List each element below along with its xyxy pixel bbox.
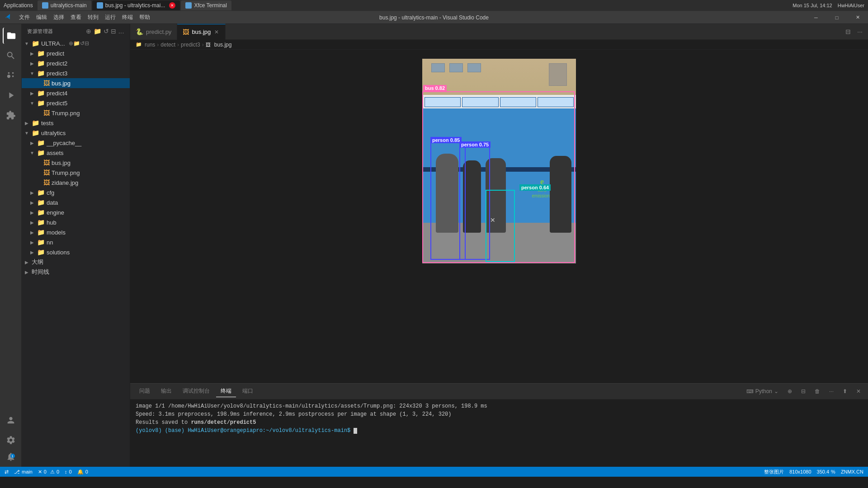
remote-sync-item[interactable]: ↕ 0 [65, 469, 72, 474]
tree-timeline[interactable]: ▶ 时间线 [22, 267, 130, 277]
sidebar-header: 资源管理器 ⊕ 📁 ↺ ⊟ ... [22, 24, 130, 38]
menu-view[interactable]: 查看 [69, 13, 83, 22]
status-bar-right: 整张图片 810x1080 350.4% ZNMX.CN [764, 469, 863, 475]
more-actions-icon[interactable]: ··· [855, 26, 864, 37]
maximize-button[interactable]: □ [826, 11, 847, 24]
tree-outline-label: 大纲 [32, 258, 43, 266]
os-tab-vscode2[interactable]: bus.jpg - ultralytics-mai... ✕ [92, 0, 180, 10]
tree-models[interactable]: ▶ 📁 models [22, 227, 130, 237]
tree-predict5[interactable]: ▼ 📁 predict5 [22, 98, 130, 108]
new-terminal-btn[interactable]: ⊕ [785, 387, 795, 395]
menu-run[interactable]: 运行 [103, 13, 118, 22]
menu-help[interactable]: 帮助 [137, 13, 152, 22]
bc-sep-2: › [177, 42, 179, 48]
account-icon[interactable] [3, 412, 19, 428]
remote-icon-item[interactable]: ⇄ [5, 469, 9, 475]
run-debug-icon[interactable] [3, 87, 19, 103]
tree-trump-png[interactable]: 🖼 Trump.png [22, 108, 130, 118]
chevron-tests: ▶ [24, 121, 30, 126]
collapse-icon[interactable]: ⊟ [111, 28, 117, 35]
new-folder-icon[interactable]: 📁 [94, 28, 102, 35]
tree-assets[interactable]: ▼ 📁 assets [22, 148, 130, 158]
tree-pycache[interactable]: ▶ 📁 __pycache__ [22, 138, 130, 148]
breadcrumb-bus-jpg[interactable]: bus.jpg [214, 42, 232, 48]
close-btn-os[interactable]: ✕ [169, 2, 175, 9]
terminal-more-btn[interactable]: ··· [826, 387, 836, 395]
tree-outline[interactable]: ▶ 大纲 [22, 257, 130, 267]
tree-engine[interactable]: ▶ 📁 engine [22, 207, 130, 217]
split-terminal-btn[interactable]: ⊟ [798, 387, 808, 395]
breadcrumb-runs[interactable]: runs [145, 42, 155, 48]
bell-count: 0 [85, 469, 88, 474]
editor-area: 🐍 predict.py 🖼 bus.jpg ✕ ⊟ ··· 📁 runs › … [130, 24, 868, 467]
zoom-pct-item[interactable]: 350.4% [817, 469, 835, 474]
tree-assets-zidane-label: zidane.jpg [52, 179, 78, 186]
menu-terminal[interactable]: 终端 [120, 13, 135, 22]
term-tab-debug[interactable]: 调试控制台 [178, 385, 214, 397]
image-container[interactable]: e cero emissione bus 0.82 [130, 50, 868, 383]
tree-data[interactable]: ▶ 📁 data [22, 197, 130, 207]
zoom-fit-item[interactable]: 整张图片 [764, 469, 784, 475]
term-tab-problems[interactable]: 问题 [135, 385, 155, 397]
kill-terminal-btn[interactable]: 🗑 [812, 387, 823, 395]
tree-predict3[interactable]: ▼ 📁 predict3 [22, 68, 130, 78]
applications-menu[interactable]: Applications [4, 2, 33, 9]
tab-close-bus[interactable]: ✕ [213, 28, 220, 36]
git-branch-icon: ⎇ [14, 469, 20, 475]
minimize-button[interactable]: ─ [806, 11, 826, 24]
tab-bus-jpg[interactable]: 🖼 bus.jpg ✕ [177, 24, 226, 40]
os-tab-vscode1[interactable]: ultralytics-main [38, 0, 91, 10]
sidebar-more-icon[interactable]: ... [118, 28, 124, 35]
tree-nn[interactable]: ▶ 📁 nn [22, 237, 130, 247]
tree-ultralytics[interactable]: ▼ 📁 ultralytics [22, 128, 130, 138]
tree-solutions[interactable]: ▶ 📁 solutions [22, 247, 130, 257]
menu-select[interactable]: 选择 [52, 13, 66, 22]
tree-predict2[interactable]: ▶ 📁 predict2 [22, 58, 130, 68]
term-tab-ports[interactable]: 端口 [238, 385, 258, 397]
tree-bus-jpg[interactable]: 🖼 bus.jpg [22, 78, 130, 88]
tree-pycache-label: __pycache__ [47, 140, 81, 146]
terminal-maximize-btn[interactable]: ⬆ [840, 387, 850, 395]
extensions-icon[interactable] [3, 107, 19, 123]
terminal-shell-type[interactable]: ⌨ Python ⌄ [744, 387, 781, 395]
bell-item[interactable]: 🔔 0 [77, 469, 88, 475]
tree-root[interactable]: ▼ 📁 ULTRA... ⊕📁↺⊟ [22, 38, 130, 48]
tree-cfg[interactable]: ▶ 📁 cfg [22, 188, 130, 197]
refresh-icon[interactable]: ↺ [104, 28, 109, 35]
notifications-icon[interactable]: 1 [6, 452, 16, 463]
tree-tests[interactable]: ▶ 📁 tests [22, 118, 130, 128]
close-button[interactable]: ✕ [847, 11, 868, 24]
menu-bar: 文件 编辑 选择 查看 转到 运行 终端 帮助 [5, 13, 152, 22]
source-control-icon[interactable] [3, 67, 19, 84]
image-dimensions-item[interactable]: 810x1080 [789, 469, 811, 474]
tree-predict[interactable]: ▶ 📁 predict [22, 48, 130, 58]
menu-edit[interactable]: 编辑 [34, 13, 49, 22]
errors-item[interactable]: ✕ 0 ⚠ 0 [38, 469, 59, 475]
tab-predict-py[interactable]: 🐍 predict.py [130, 24, 177, 40]
new-file-icon[interactable]: ⊕ [86, 28, 92, 35]
watermark-item[interactable]: ZNMX.CN [841, 469, 863, 474]
bell-icon: 🔔 [77, 469, 84, 475]
term-tab-terminal[interactable]: 终端 [216, 385, 236, 397]
os-tab-terminal[interactable]: Xfce Terminal [181, 0, 231, 10]
split-editor-icon[interactable]: ⊟ [844, 26, 853, 37]
menu-file[interactable]: 文件 [17, 13, 32, 22]
menu-goto[interactable]: 转到 [86, 13, 100, 22]
tree-assets-zidane[interactable]: 🖼 zidane.jpg [22, 178, 130, 188]
settings-icon[interactable] [3, 432, 19, 448]
search-icon[interactable] [3, 47, 19, 64]
tree-predict4[interactable]: ▶ 📁 predict4 [22, 88, 130, 98]
terminal-close-btn[interactable]: ✕ [854, 387, 863, 395]
chevron-engine: ▶ [29, 210, 35, 215]
terminal-content[interactable]: image 1/1 /home/HwHiAiUser/yolov8/ultral… [130, 399, 868, 467]
tree-assets-bus[interactable]: 🖼 bus.jpg [22, 158, 130, 168]
term-tab-output[interactable]: 输出 [156, 385, 176, 397]
branch-item[interactable]: ⎇ main [14, 469, 33, 475]
explorer-icon[interactable] [3, 28, 19, 44]
breadcrumb-detect[interactable]: detect [160, 42, 175, 48]
breadcrumb-predict3[interactable]: predict3 [181, 42, 200, 48]
tab-predict-label: predict.py [146, 28, 171, 35]
datetime: Mon 15 Jul, 14:12 [793, 3, 832, 8]
tree-assets-trump[interactable]: 🖼 Trump.png [22, 168, 130, 178]
tree-hub[interactable]: ▶ 📁 hub [22, 217, 130, 227]
